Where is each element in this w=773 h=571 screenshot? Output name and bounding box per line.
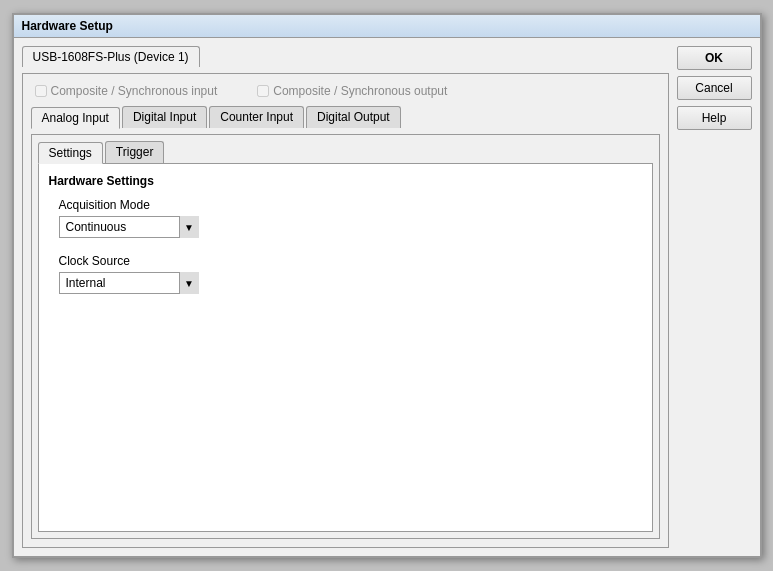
- device-panel: Composite / Synchronous input Composite …: [22, 73, 669, 548]
- settings-panel: Hardware Settings Acquisition Mode Conti…: [38, 163, 653, 532]
- device-tab-0[interactable]: USB-1608FS-Plus (Device 1): [22, 46, 200, 67]
- clock-source-group: Clock Source Internal External ▼: [59, 254, 642, 294]
- cancel-button[interactable]: Cancel: [677, 76, 752, 100]
- ok-button[interactable]: OK: [677, 46, 752, 70]
- acquisition-mode-label: Acquisition Mode: [59, 198, 642, 212]
- sub-tabs: Analog Input Digital Input Counter Input…: [31, 106, 660, 128]
- composite-sync-output-label: Composite / Synchronous output: [273, 84, 447, 98]
- main-content: USB-1608FS-Plus (Device 1) Composite / S…: [22, 46, 669, 548]
- acquisition-mode-select[interactable]: Continuous Single Value Burst: [59, 216, 199, 238]
- section-title: Hardware Settings: [49, 174, 642, 188]
- checkbox-row: Composite / Synchronous input Composite …: [31, 82, 660, 100]
- tab-digital-input[interactable]: Digital Input: [122, 106, 207, 128]
- window-body: USB-1608FS-Plus (Device 1) Composite / S…: [14, 38, 760, 556]
- title-bar: Hardware Setup: [14, 15, 760, 38]
- tab-counter-input[interactable]: Counter Input: [209, 106, 304, 128]
- composite-sync-input-item: Composite / Synchronous input: [35, 84, 218, 98]
- button-panel: OK Cancel Help: [677, 46, 752, 548]
- tab-content-panel: Settings Trigger Hardware Settings Acqui…: [31, 134, 660, 539]
- tab-analog-input[interactable]: Analog Input: [31, 107, 120, 129]
- acquisition-mode-group: Acquisition Mode Continuous Single Value…: [59, 198, 642, 238]
- composite-sync-output-item: Composite / Synchronous output: [257, 84, 447, 98]
- composite-sync-input-checkbox[interactable]: [35, 85, 47, 97]
- composite-sync-input-label: Composite / Synchronous input: [51, 84, 218, 98]
- clock-source-wrapper: Internal External ▼: [59, 272, 199, 294]
- acquisition-mode-wrapper: Continuous Single Value Burst ▼: [59, 216, 199, 238]
- clock-source-select[interactable]: Internal External: [59, 272, 199, 294]
- tab-trigger[interactable]: Trigger: [105, 141, 165, 163]
- tab-settings[interactable]: Settings: [38, 142, 103, 164]
- clock-source-label: Clock Source: [59, 254, 642, 268]
- device-tabs: USB-1608FS-Plus (Device 1): [22, 46, 669, 67]
- help-button[interactable]: Help: [677, 106, 752, 130]
- inner-tabs: Settings Trigger: [38, 141, 653, 163]
- hardware-setup-window: Hardware Setup USB-1608FS-Plus (Device 1…: [12, 13, 762, 558]
- window-title: Hardware Setup: [22, 19, 113, 33]
- tab-digital-output[interactable]: Digital Output: [306, 106, 401, 128]
- composite-sync-output-checkbox[interactable]: [257, 85, 269, 97]
